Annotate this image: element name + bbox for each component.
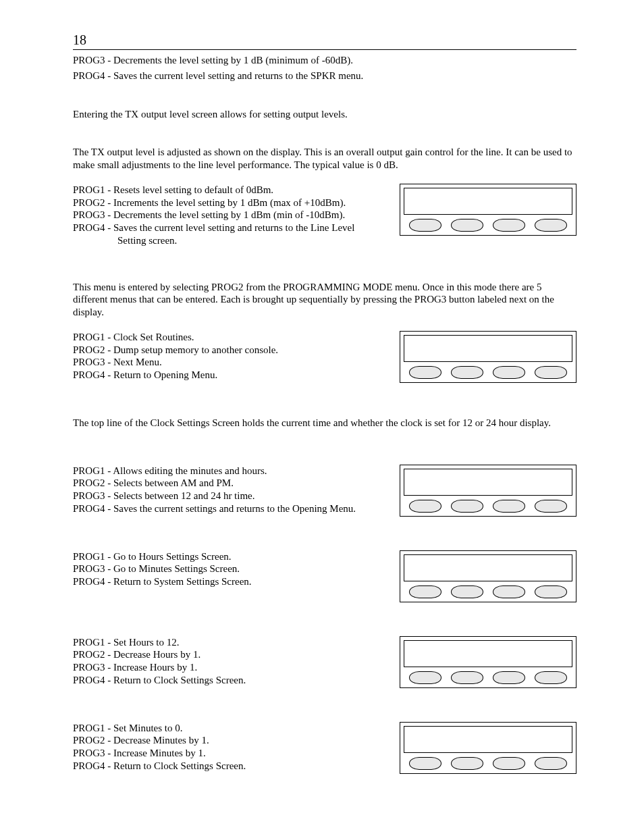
clock-prog3: PROG3 - Selects between 12 and 24 hr tim… (73, 490, 389, 502)
lcd-button-row (400, 498, 576, 516)
prog2-button[interactable] (451, 585, 483, 598)
tx-intro: Entering the TX output level screen allo… (73, 108, 576, 121)
sys-desc: This menu is entered by selecting PROG2 … (73, 281, 576, 319)
clock-desc: The top line of the Clock Settings Scree… (73, 417, 576, 429)
hours-section-row: PROG1 - Set Hours to 12. PROG2 - Decreas… (73, 636, 576, 688)
lcd-panel-hours (400, 636, 576, 688)
lcd-panel-sys (400, 331, 576, 383)
lcd-button-row (400, 365, 576, 382)
prog2-button[interactable] (451, 366, 483, 379)
prog2-button[interactable] (451, 500, 483, 513)
page-rule (73, 49, 576, 50)
lcd-panel-clock (400, 465, 576, 517)
prog1-button[interactable] (409, 585, 441, 598)
tx-prog-list: PROG1 - Resets level setting to default … (73, 184, 400, 247)
clock-prog4: PROG4 - Saves the current settings and r… (73, 502, 389, 515)
minutes-prog1: PROG1 - Set Minutes to 0. (73, 722, 389, 735)
lcd-button-row (400, 756, 576, 773)
prog3-button[interactable] (493, 500, 525, 513)
edit-clock-prog4: PROG4 - Return to System Settings Screen… (73, 575, 389, 588)
clock-section-row: PROG1 - Allows editing the minutes and h… (73, 465, 576, 517)
clock-prog-list: PROG1 - Allows editing the minutes and h… (73, 465, 400, 515)
sys-prog2: PROG2 - Dump setup memory to another con… (73, 344, 389, 357)
prog3-button[interactable] (493, 585, 525, 598)
sys-prog4: PROG4 - Return to Opening Menu. (73, 369, 389, 382)
lcd-panel-edit-clock (400, 550, 576, 602)
prog3-button[interactable] (493, 366, 525, 379)
tx-prog1: PROG1 - Resets level setting to default … (73, 184, 389, 197)
prog4-button[interactable] (535, 219, 567, 232)
edit-clock-prog3: PROG3 - Go to Minutes Settings Screen. (73, 563, 389, 575)
prog2-button[interactable] (451, 219, 483, 232)
intro-line-1: PROG3 - Decrements the level setting by … (73, 54, 576, 67)
tx-prog3: PROG3 - Decrements the level setting by … (73, 209, 389, 221)
edit-clock-prog1: PROG1 - Go to Hours Settings Screen. (73, 550, 389, 563)
prog2-button[interactable] (451, 757, 483, 770)
prog1-button[interactable] (409, 366, 441, 379)
lcd-screen (404, 188, 572, 215)
sys-section-row: PROG1 - Clock Set Routines. PROG2 - Dump… (73, 331, 576, 383)
lcd-panel-minutes (400, 722, 576, 774)
prog1-button[interactable] (409, 671, 441, 684)
prog3-button[interactable] (493, 757, 525, 770)
prog1-button[interactable] (409, 219, 441, 232)
prog1-button[interactable] (409, 757, 441, 770)
sys-prog3: PROG3 - Next Menu. (73, 356, 389, 369)
hours-prog-list: PROG1 - Set Hours to 12. PROG2 - Decreas… (73, 636, 400, 687)
lcd-button-row (400, 584, 576, 602)
tx-desc: The TX output level is adjusted as shown… (73, 146, 576, 172)
page-number: 18 (73, 32, 576, 48)
lcd-button-row (400, 670, 576, 687)
lcd-screen (404, 335, 572, 362)
clock-prog2: PROG2 - Selects between AM and PM. (73, 477, 389, 490)
tx-prog4a: PROG4 - Saves the current level setting … (73, 221, 389, 234)
edit-clock-prog-list: PROG1 - Go to Hours Settings Screen. PRO… (73, 550, 400, 588)
minutes-prog-list: PROG1 - Set Minutes to 0. PROG2 - Decrea… (73, 722, 400, 773)
edit-clock-section-row: PROG1 - Go to Hours Settings Screen. PRO… (73, 550, 576, 602)
lcd-screen (404, 640, 572, 667)
tx-prog4b: Setting screen. (73, 234, 389, 247)
minutes-section-row: PROG1 - Set Minutes to 0. PROG2 - Decrea… (73, 722, 576, 774)
prog4-button[interactable] (535, 671, 567, 684)
lcd-panel-tx (400, 184, 576, 236)
sys-prog-list: PROG1 - Clock Set Routines. PROG2 - Dump… (73, 331, 400, 382)
prog4-button[interactable] (535, 366, 567, 379)
lcd-screen (404, 469, 572, 496)
prog3-button[interactable] (493, 671, 525, 684)
clock-prog1: PROG1 - Allows editing the minutes and h… (73, 465, 389, 477)
intro-line-2: PROG4 - Saves the current level setting … (73, 70, 576, 82)
tx-prog2: PROG2 - Increments the level setting by … (73, 197, 389, 209)
prog4-button[interactable] (535, 500, 567, 513)
hours-prog3: PROG3 - Increase Hours by 1. (73, 661, 389, 674)
sys-prog1: PROG1 - Clock Set Routines. (73, 331, 389, 344)
hours-prog1: PROG1 - Set Hours to 12. (73, 636, 389, 649)
prog4-button[interactable] (535, 757, 567, 770)
page: 18 PROG3 - Decrements the level setting … (0, 0, 644, 812)
lcd-button-row (400, 217, 576, 235)
minutes-prog4: PROG4 - Return to Clock Settings Screen. (73, 760, 389, 773)
lcd-screen (404, 726, 572, 753)
hours-prog2: PROG2 - Decrease Hours by 1. (73, 648, 389, 661)
prog3-button[interactable] (493, 219, 525, 232)
minutes-prog3: PROG3 - Increase Minutes by 1. (73, 747, 389, 760)
hours-prog4: PROG4 - Return to Clock Settings Screen. (73, 674, 389, 687)
minutes-prog2: PROG2 - Decrease Minutes by 1. (73, 734, 389, 747)
lcd-screen (404, 554, 572, 581)
prog2-button[interactable] (451, 671, 483, 684)
tx-section-row: PROG1 - Resets level setting to default … (73, 184, 576, 247)
prog1-button[interactable] (409, 500, 441, 513)
prog4-button[interactable] (535, 585, 567, 598)
